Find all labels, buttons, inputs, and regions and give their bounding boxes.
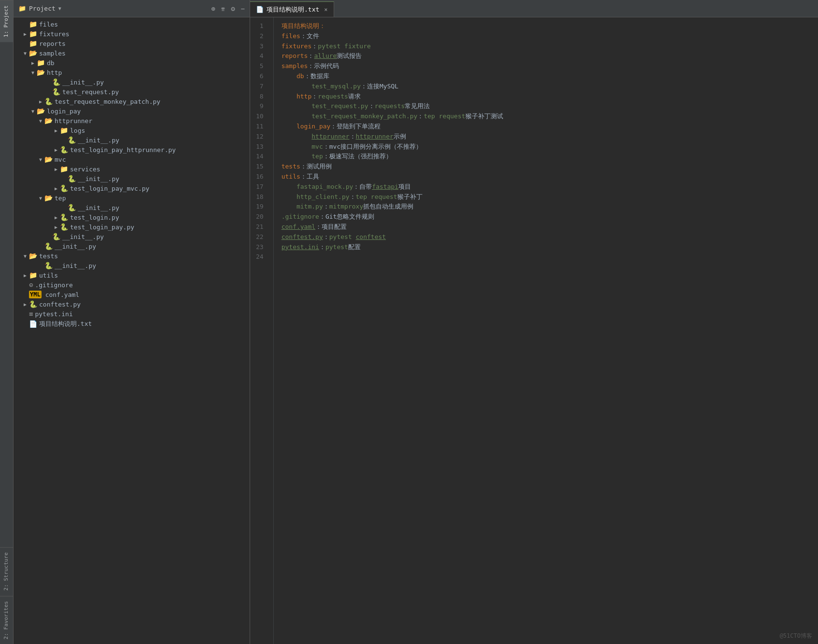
tree-item-login-pay[interactable]: ▼ 📂 login_pay (14, 106, 250, 116)
code-line-9: test_request.py：requests常见用法 (282, 101, 810, 112)
tree-item-db[interactable]: ▶ 📁 db (14, 58, 250, 68)
minimize-icon[interactable]: − (241, 5, 245, 13)
tree-arrow: ▼ (29, 109, 37, 114)
tree-item-utils[interactable]: ▶ 📁 utils (14, 270, 250, 280)
tree-item-login-pay-init[interactable]: 🐍 __init__.py (14, 232, 250, 241)
gear-icon[interactable]: ⚙ (231, 5, 235, 13)
code-line-21: conf.yaml：项目配置 (282, 222, 810, 232)
code-line-14: tep：极速写法（强烈推荐） (282, 152, 810, 162)
add-icon[interactable]: ⊕ (211, 5, 215, 13)
editor-panel: 📄 项目结构说明.txt × 1 2 3 4 5 6 7 8 9 10 11 1… (250, 0, 818, 644)
code-line-17: fastapi_mock.py：自带fastapi项目 (282, 182, 810, 192)
py-icon: 🐍 (68, 175, 76, 182)
panel-dropdown-arrow[interactable]: ▼ (58, 6, 61, 11)
tree-item-http-init[interactable]: 🐍 __init__.py (14, 77, 250, 87)
tree-item-tep-init[interactable]: 🐍 __init__.py (14, 203, 250, 212)
tree-item-samples[interactable]: ▼ 📂 samples (14, 48, 250, 58)
tree-arrow: ▶ (21, 31, 29, 37)
panel-header-icons: ⊕ ⇈ ⚙ − (211, 5, 245, 13)
sidebar-tab-structure[interactable]: 2: Structure (0, 547, 13, 595)
code-line-23: pytest.ini：pytest配置 (282, 242, 810, 252)
git-icon: ⊙ (29, 281, 33, 289)
sidebar-tab-favorites[interactable]: 2: Favorites (0, 596, 13, 644)
editor-tab-project-txt[interactable]: 📄 项目结构说明.txt × (250, 1, 334, 17)
py-icon: 🐍 (44, 242, 53, 250)
tree-item-tests[interactable]: ▼ 📂 tests (14, 251, 250, 261)
py-icon: 🐍 (60, 213, 68, 221)
py-icon: 🐍 (68, 204, 76, 211)
editor-content: 1 2 3 4 5 6 7 8 9 10 11 12 13 14 15 16 1… (250, 17, 818, 644)
tree-item-samples-init[interactable]: 🐍 __init__.py (14, 241, 250, 251)
code-line-13: mvc：mvc接口用例分离示例（不推荐） (282, 142, 810, 152)
folder-open-icon: 📂 (37, 69, 45, 76)
code-line-1: 项目结构说明： (282, 21, 810, 31)
side-tabs: 1: Project 2: Structure 2: Favorites (0, 0, 14, 644)
panel-header: 📁 Project ▼ ⊕ ⇈ ⚙ − (14, 0, 250, 17)
folder-open-icon: 📂 (44, 117, 53, 125)
tab-file-icon: 📄 (256, 6, 264, 13)
tree-arrow: ▼ (37, 196, 44, 201)
watermark: @51CTO博客 (780, 632, 812, 640)
tree-item-pytest-ini[interactable]: ≡ pytest.ini (14, 309, 250, 319)
code-line-18: http_client.py：tep request猴子补丁 (282, 192, 810, 202)
tree-item-test-request[interactable]: 🐍 test_request.py (14, 87, 250, 97)
code-line-22: conftest.py：pytest conftest (282, 232, 810, 242)
ini-icon: ≡ (29, 310, 33, 318)
tree-item-test-login-pay-httprunner[interactable]: ▶ 🐍 test_login_pay_httprunner.py (14, 145, 250, 154)
tree-item-mvc[interactable]: ▼ 📂 mvc (14, 154, 250, 164)
tree-arrow: ▼ (21, 51, 29, 56)
tree-item-gitignore[interactable]: ⊙ .gitignore (14, 280, 250, 290)
tree-item-fixtures[interactable]: ▶ 📁 fixtures (14, 29, 250, 39)
project-panel: 📁 Project ▼ ⊕ ⇈ ⚙ − 📁 files ▶ 📁 fixtures (14, 0, 250, 644)
py-icon: 🐍 (29, 300, 37, 308)
py-icon: 🐍 (60, 184, 68, 192)
tree-item-test-login-pay-mvc[interactable]: ▶ 🐍 test_login_pay_mvc.py (14, 183, 250, 193)
folder-icon: 📁 (18, 5, 26, 12)
folder-open-icon: 📂 (29, 252, 37, 260)
tree-item-mvc-init[interactable]: 🐍 __init__.py (14, 174, 250, 183)
tree-item-logs[interactable]: ▶ 📁 logs (14, 126, 250, 135)
tree-item-httprunner-init[interactable]: 🐍 __init__.py (14, 135, 250, 145)
code-line-15: tests：测试用例 (282, 162, 810, 172)
tree-item-files[interactable]: 📁 files (14, 19, 250, 29)
tree-item-project-txt[interactable]: 📄 项目结构说明.txt (14, 319, 250, 329)
code-line-10: test_request_monkey_patch.py：tep request… (282, 112, 810, 122)
tree-item-test-request-monkey[interactable]: ▶ 🐍 test_request_monkey_patch.py (14, 97, 250, 106)
tree-item-test-login-pay[interactable]: ▶ 🐍 test_login_pay.py (14, 222, 250, 232)
tree-item-tests-init[interactable]: 🐍 __init__.py (14, 261, 250, 270)
tree-item-tep[interactable]: ▼ 📂 tep (14, 193, 250, 203)
code-line-3: fixtures：pytest fixture (282, 42, 810, 52)
tree-item-services[interactable]: ▶ 📁 services (14, 164, 250, 174)
tree-arrow: ▶ (52, 128, 60, 133)
folder-icon: 📁 (60, 126, 68, 134)
sidebar-tab-project[interactable]: 1: Project (0, 0, 13, 42)
code-line-24 (282, 252, 810, 262)
tree-item-httprunner[interactable]: ▼ 📂 httprunner (14, 116, 250, 126)
line-numbers: 1 2 3 4 5 6 7 8 9 10 11 12 13 14 15 16 1… (250, 17, 274, 644)
collapse-icon[interactable]: ⇈ (221, 5, 225, 13)
py-icon: 🐍 (68, 136, 76, 144)
panel-title-text: Project (29, 5, 56, 12)
tree-arrow: ▶ (52, 147, 60, 153)
folder-icon: 📁 (29, 20, 37, 28)
code-line-16: utils：工具 (282, 172, 810, 182)
py-icon: 🐍 (44, 98, 53, 105)
editor-tabs: 📄 项目结构说明.txt × (250, 0, 818, 17)
tree-arrow: ▶ (52, 186, 60, 191)
tree-arrow: ▶ (37, 99, 44, 104)
code-area[interactable]: 项目结构说明： files：文件 fixtures：pytest fixture… (274, 17, 818, 644)
tab-close-button[interactable]: × (324, 6, 327, 13)
code-line-6: db：数据库 (282, 71, 810, 82)
tree-item-conf-yaml[interactable]: YML conf.yaml (14, 290, 250, 299)
tree-arrow: ▶ (21, 273, 29, 278)
file-tree: 📁 files ▶ 📁 fixtures 📁 reports ▼ 📂 sampl… (14, 17, 250, 644)
folder-icon: 📁 (60, 165, 68, 173)
folder-open-icon: 📂 (44, 155, 53, 163)
tree-item-conftest[interactable]: ▶ 🐍 conftest.py (14, 299, 250, 309)
tree-item-http[interactable]: ▼ 📂 http (14, 68, 250, 77)
tree-item-reports[interactable]: 📁 reports (14, 39, 250, 48)
tree-item-test-login[interactable]: ▶ 🐍 test_login.py (14, 212, 250, 222)
py-icon: 🐍 (52, 88, 60, 96)
code-line-12: httprunner：httprunner示例 (282, 132, 810, 142)
py-icon: 🐍 (60, 146, 68, 154)
